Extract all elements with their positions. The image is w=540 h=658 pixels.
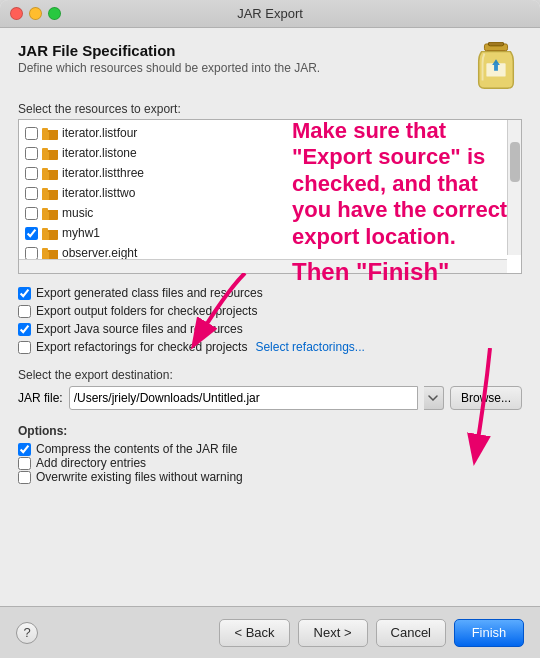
back-button[interactable]: < Back <box>219 619 289 647</box>
export-option-row: Export refactorings for checked projects… <box>18 340 522 354</box>
resource-item: myhw1 <box>19 223 521 243</box>
export-option-label: Export refactorings for checked projects <box>36 340 247 354</box>
jar-graphic <box>474 42 518 92</box>
options-item-row: Add directory entries <box>18 456 522 470</box>
window-title: JAR Export <box>237 6 303 21</box>
scrollbar-thumb[interactable] <box>510 142 520 182</box>
resource-item: music <box>19 203 521 223</box>
resource-name: observer.eight <box>62 246 137 260</box>
folder-icon <box>42 187 58 200</box>
options-label: Add directory entries <box>36 456 146 470</box>
close-button[interactable] <box>10 7 23 20</box>
resource-item: iterator.listfour <box>19 123 521 143</box>
export-option-checkbox[interactable] <box>18 341 31 354</box>
options-item-row: Overwrite existing files without warning <box>18 470 522 484</box>
minimize-button[interactable] <box>29 7 42 20</box>
svg-rect-20 <box>42 228 48 232</box>
folder-icon <box>42 247 58 260</box>
window-controls <box>10 7 61 20</box>
resource-checkbox[interactable] <box>25 127 38 140</box>
jar-file-row: JAR file: Browse... <box>18 386 522 410</box>
options-checkbox[interactable] <box>18 443 31 456</box>
page-title: JAR File Specification <box>18 42 320 59</box>
cancel-button[interactable]: Cancel <box>376 619 446 647</box>
footer-left: ? <box>16 622 38 644</box>
resources-box[interactable]: iterator.listfouriterator.listoneiterato… <box>18 119 522 274</box>
options-checkbox[interactable] <box>18 471 31 484</box>
titlebar: JAR Export <box>0 0 540 28</box>
svg-rect-8 <box>42 148 48 152</box>
resource-item: iterator.listone <box>19 143 521 163</box>
export-option-row: Export generated class files and resourc… <box>18 286 522 300</box>
dropdown-arrow-button[interactable] <box>424 386 444 410</box>
maximize-button[interactable] <box>48 7 61 20</box>
header-text: JAR File Specification Define which reso… <box>18 42 320 75</box>
next-button[interactable]: Next > <box>298 619 368 647</box>
export-option-checkbox[interactable] <box>18 305 31 318</box>
resource-checkbox[interactable] <box>25 227 38 240</box>
resource-item: iterator.listtwo <box>19 183 521 203</box>
export-options: Export generated class files and resourc… <box>18 286 522 354</box>
export-option-checkbox[interactable] <box>18 323 31 336</box>
folder-icon <box>42 127 58 140</box>
footer: ? < Back Next > Cancel Finish <box>0 606 540 658</box>
export-option-label: Export output folders for checked projec… <box>36 304 257 318</box>
resource-name: music <box>62 206 93 220</box>
folder-icon <box>42 167 58 180</box>
resource-name: myhw1 <box>62 226 100 240</box>
finish-button[interactable]: Finish <box>454 619 524 647</box>
footer-right: < Back Next > Cancel Finish <box>219 619 524 647</box>
select-refactorings-link[interactable]: Select refactorings... <box>255 340 364 354</box>
options-item-row: Compress the contents of the JAR file <box>18 442 522 456</box>
export-option-row: Export Java source files and resources <box>18 322 522 336</box>
resource-checkbox[interactable] <box>25 247 38 260</box>
svg-rect-14 <box>42 188 48 192</box>
resources-section: Select the resources to export: iterator… <box>18 102 522 274</box>
scrollbar-horizontal[interactable] <box>19 259 507 273</box>
export-option-row: Export output folders for checked projec… <box>18 304 522 318</box>
jar-icon <box>470 42 522 94</box>
resource-name: iterator.listone <box>62 146 137 160</box>
svg-rect-1 <box>488 42 503 46</box>
page-subtitle: Define which resources should be exporte… <box>18 61 320 75</box>
svg-rect-23 <box>42 248 48 252</box>
svg-rect-5 <box>42 128 48 132</box>
folder-icon <box>42 227 58 240</box>
resource-checkbox[interactable] <box>25 167 38 180</box>
header-row: JAR File Specification Define which reso… <box>18 42 522 94</box>
export-option-checkbox[interactable] <box>18 287 31 300</box>
options-label: Overwrite existing files without warning <box>36 470 243 484</box>
destination-section: Select the export destination: JAR file:… <box>18 368 522 410</box>
resource-checkbox[interactable] <box>25 187 38 200</box>
options-section: Options: Compress the contents of the JA… <box>18 424 522 484</box>
content-area: JAR File Specification Define which reso… <box>0 28 540 606</box>
svg-rect-11 <box>42 168 48 172</box>
scrollbar-vertical[interactable] <box>507 120 521 255</box>
resource-name: iterator.listfour <box>62 126 137 140</box>
folder-icon <box>42 207 58 220</box>
resource-checkbox[interactable] <box>25 207 38 220</box>
resources-list[interactable]: iterator.listfouriterator.listoneiterato… <box>19 120 521 273</box>
options-checkbox[interactable] <box>18 457 31 470</box>
chevron-down-icon <box>428 395 438 401</box>
folder-icon <box>42 147 58 160</box>
destination-label: Select the export destination: <box>18 368 522 382</box>
jar-file-label: JAR file: <box>18 391 63 405</box>
resources-label: Select the resources to export: <box>18 102 522 116</box>
jar-path-input[interactable] <box>69 386 418 410</box>
options-label: Compress the contents of the JAR file <box>36 442 237 456</box>
export-option-label: Export Java source files and resources <box>36 322 243 336</box>
help-button[interactable]: ? <box>16 622 38 644</box>
browse-button[interactable]: Browse... <box>450 386 522 410</box>
resource-name: iterator.listthree <box>62 166 144 180</box>
resource-checkbox[interactable] <box>25 147 38 160</box>
window: JAR Export JAR File Specification Define… <box>0 0 540 658</box>
resource-name: iterator.listtwo <box>62 186 135 200</box>
options-label: Options: <box>18 424 522 438</box>
export-option-label: Export generated class files and resourc… <box>36 286 263 300</box>
svg-rect-17 <box>42 208 48 212</box>
resource-item: iterator.listthree <box>19 163 521 183</box>
